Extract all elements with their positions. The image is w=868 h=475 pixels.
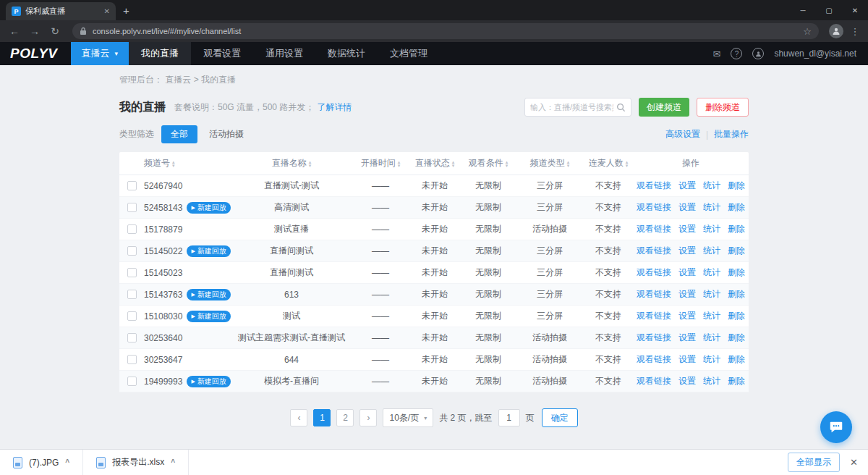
sort-icon[interactable]: ▴▾ [506, 160, 509, 167]
page-button-2[interactable]: 2 [336, 409, 354, 426]
action-watch-link[interactable]: 观看链接 [637, 332, 671, 344]
action-stats[interactable]: 统计 [703, 332, 720, 344]
action-settings[interactable]: 设置 [678, 201, 696, 214]
browser-profile-avatar[interactable] [829, 24, 843, 38]
action-delete[interactable]: 删除 [728, 201, 745, 214]
action-settings[interactable]: 设置 [678, 266, 696, 279]
download-item-2[interactable]: 报表导出.xlsx^ [83, 450, 189, 475]
jump-page-input[interactable] [498, 409, 520, 426]
action-watch-link[interactable]: 观看链接 [637, 375, 671, 387]
browser-tab[interactable]: P 保利威直播 ✕ [6, 2, 116, 20]
advanced-settings-link[interactable]: 高级设置 [665, 128, 700, 140]
action-stats[interactable]: 统计 [703, 310, 720, 322]
create-channel-button[interactable]: 创建频道 [639, 98, 689, 117]
column-header-1[interactable]: 频道号▴▾ [144, 157, 231, 169]
back-icon[interactable]: ← [7, 25, 22, 37]
browser-menu-icon[interactable]: ⋮ [849, 26, 861, 37]
prev-page-button[interactable]: ‹ [290, 409, 307, 426]
column-header-2[interactable]: 直播名称▴▾ [231, 157, 352, 169]
jump-confirm-button[interactable]: 确定 [542, 408, 578, 427]
action-settings[interactable]: 设置 [678, 245, 696, 257]
search-box[interactable] [524, 98, 631, 117]
action-stats[interactable]: 统计 [703, 375, 720, 387]
action-settings[interactable]: 设置 [678, 310, 696, 322]
row-checkbox[interactable] [127, 377, 137, 386]
bookmark-star-icon[interactable]: ☆ [803, 26, 812, 37]
action-watch-link[interactable]: 观看链接 [637, 201, 671, 214]
row-checkbox[interactable] [127, 246, 137, 256]
action-stats[interactable]: 统计 [703, 245, 720, 257]
maximize-button[interactable]: ▢ [816, 0, 842, 20]
action-settings[interactable]: 设置 [678, 375, 696, 387]
action-settings[interactable]: 设置 [678, 288, 696, 300]
row-checkbox[interactable] [127, 224, 137, 234]
close-window-button[interactable]: ✕ [842, 0, 868, 20]
sort-icon[interactable]: ▴▾ [452, 160, 455, 167]
row-checkbox[interactable] [127, 355, 137, 364]
action-settings[interactable]: 设置 [678, 223, 696, 235]
sort-icon[interactable]: ▴▾ [398, 160, 401, 167]
product-dropdown[interactable]: 直播云 ▾ [71, 42, 129, 65]
column-header-4[interactable]: 直播状态▴▾ [409, 157, 461, 169]
customer-service-chat-button[interactable] [820, 411, 852, 443]
action-delete[interactable]: 删除 [728, 353, 745, 366]
row-checkbox[interactable] [127, 290, 137, 299]
help-icon[interactable]: ? [731, 48, 742, 59]
sort-icon[interactable]: ▴▾ [172, 160, 175, 167]
nav-item-2[interactable]: 观看设置 [191, 42, 253, 65]
column-header-7[interactable]: 连麦人数▴▾ [584, 157, 633, 169]
filter-all-tab[interactable]: 全部 [161, 125, 197, 143]
column-header-3[interactable]: 开播时间▴▾ [352, 157, 409, 169]
action-delete[interactable]: 删除 [728, 332, 745, 344]
minimize-button[interactable]: ─ [790, 0, 816, 20]
action-watch-link[interactable]: 观看链接 [637, 180, 671, 192]
download-item-1[interactable]: (7).JPG^ [0, 450, 83, 475]
reload-icon[interactable]: ↻ [48, 25, 62, 37]
chevron-up-icon[interactable]: ^ [171, 458, 175, 466]
action-delete[interactable]: 删除 [728, 375, 745, 387]
action-watch-link[interactable]: 观看链接 [637, 266, 671, 279]
sort-icon[interactable]: ▴▾ [626, 160, 629, 167]
tab-close-icon[interactable]: ✕ [104, 7, 110, 15]
nav-item-1[interactable]: 我的直播 [129, 42, 191, 65]
delete-channel-button[interactable]: 删除频道 [697, 98, 749, 117]
nav-item-3[interactable]: 通用设置 [253, 42, 315, 65]
row-checkbox[interactable] [127, 333, 137, 342]
account-email[interactable]: shuwen_dl@yisai.net [774, 49, 856, 59]
action-stats[interactable]: 统计 [703, 201, 720, 214]
chevron-up-icon[interactable]: ^ [65, 458, 69, 466]
row-checkbox[interactable] [127, 268, 137, 277]
action-stats[interactable]: 统计 [703, 223, 720, 235]
user-icon[interactable] [752, 48, 764, 59]
subtitle-link[interactable]: 了解详情 [317, 101, 352, 114]
action-stats[interactable]: 统计 [703, 353, 720, 366]
action-watch-link[interactable]: 观看链接 [637, 310, 671, 322]
filter-option-2[interactable]: 活动拍摄 [209, 128, 244, 140]
page-button-1[interactable]: 1 [313, 409, 331, 426]
action-settings[interactable]: 设置 [678, 353, 696, 366]
action-settings[interactable]: 设置 [678, 180, 696, 192]
new-tab-button[interactable]: + [123, 4, 129, 17]
sort-icon[interactable]: ▴▾ [567, 160, 570, 167]
action-watch-link[interactable]: 观看链接 [637, 353, 671, 366]
action-delete[interactable]: 删除 [728, 310, 745, 322]
action-settings[interactable]: 设置 [678, 332, 696, 344]
nav-item-5[interactable]: 文档管理 [378, 42, 440, 65]
action-delete[interactable]: 删除 [728, 180, 745, 192]
forward-icon[interactable]: → [27, 25, 42, 37]
search-icon[interactable] [616, 103, 626, 112]
action-stats[interactable]: 统计 [703, 288, 720, 300]
action-delete[interactable]: 删除 [728, 223, 745, 235]
column-header-5[interactable]: 观看条件▴▾ [461, 157, 516, 169]
close-downloads-icon[interactable]: ✕ [850, 457, 858, 468]
address-bar[interactable]: console.polyv.net/live/#/mylive/channel/… [72, 23, 819, 39]
next-page-button[interactable]: › [359, 409, 377, 426]
nav-item-4[interactable]: 数据统计 [315, 42, 378, 65]
action-watch-link[interactable]: 观看链接 [637, 245, 671, 257]
sort-icon[interactable]: ▴▾ [309, 160, 312, 167]
action-watch-link[interactable]: 观看链接 [637, 288, 671, 300]
show-all-downloads-button[interactable]: 全部显示 [788, 453, 840, 472]
action-watch-link[interactable]: 观看链接 [637, 223, 671, 235]
action-delete[interactable]: 删除 [728, 266, 745, 279]
action-stats[interactable]: 统计 [703, 180, 720, 192]
